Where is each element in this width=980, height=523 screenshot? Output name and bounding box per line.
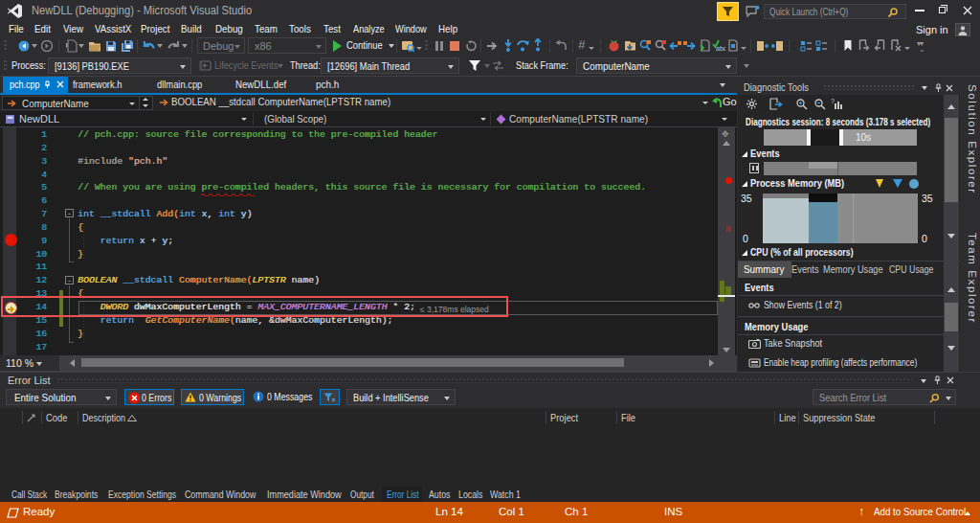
svg-text:abc: abc	[716, 45, 725, 52]
svg-text:?: ?	[831, 98, 835, 104]
